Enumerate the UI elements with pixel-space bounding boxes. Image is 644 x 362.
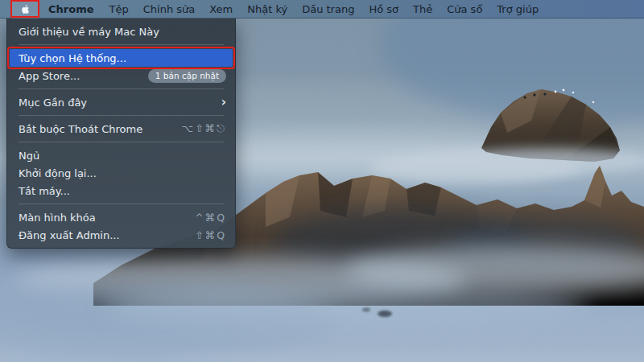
- menu-item-label: App Store...: [19, 70, 80, 82]
- chevron-right-icon: ›: [221, 97, 226, 109]
- menu-item-about-this-mac[interactable]: Giới thiệu về máy Mac Này: [7, 23, 235, 40]
- menu-separator: [19, 44, 224, 45]
- menu-item-label: Ngủ: [19, 150, 39, 162]
- menu-item-label: Bắt buộc Thoát Chrome: [19, 123, 142, 135]
- menu-item-label: Giới thiệu về máy Mac Này: [19, 26, 159, 38]
- menubar-item-history[interactable]: Nhật ký: [240, 3, 295, 15]
- menu-item-sleep[interactable]: Ngủ: [7, 146, 235, 164]
- keyboard-shortcut: ^⌘Q: [195, 212, 226, 224]
- menu-item-recent-items[interactable]: Mục Gần đây ›: [7, 93, 235, 111]
- menu-bar: Chrome Tệp Chỉnh sửa Xem Nhật ký Dấu tra…: [0, 0, 644, 19]
- menu-item-label: Đăng xuất Admin...: [19, 229, 120, 241]
- menu-separator: [19, 204, 224, 204]
- menu-item-restart[interactable]: Khởi động lại...: [7, 164, 235, 182]
- menu-item-shut-down[interactable]: Tắt máy...: [7, 182, 235, 200]
- menubar-item-bookmarks[interactable]: Dấu trang: [295, 3, 361, 15]
- apple-dropdown-menu: Giới thiệu về máy Mac Này Tùy chọn Hệ th…: [6, 19, 236, 249]
- menubar-item-window[interactable]: Cửa sổ: [440, 3, 489, 15]
- apple-menu[interactable]: [12, 0, 39, 19]
- apple-logo-icon: [20, 2, 31, 16]
- menu-item-lock-screen[interactable]: Màn hình khóa ^⌘Q: [7, 208, 235, 226]
- update-count-badge: 1 bản cập nhật: [148, 69, 226, 83]
- menu-separator: [19, 142, 224, 142]
- menubar-item-chrome[interactable]: Chrome: [40, 3, 102, 15]
- menu-item-label: Tắt máy...: [19, 185, 70, 197]
- menubar-item-help[interactable]: Trợ giúp: [489, 3, 546, 15]
- menubar-item-edit[interactable]: Chỉnh sửa: [136, 3, 203, 15]
- keyboard-shortcut: ⇧⌘Q: [195, 229, 226, 241]
- menubar-item-profiles[interactable]: Hồ sơ: [361, 3, 406, 15]
- menu-item-label: Khởi động lại...: [19, 167, 97, 179]
- menubar-item-view[interactable]: Xem: [202, 3, 240, 15]
- menu-item-log-out[interactable]: Đăng xuất Admin... ⇧⌘Q: [7, 226, 235, 244]
- menu-item-label: Tùy chọn Hệ thống...: [19, 52, 126, 64]
- menubar-item-file[interactable]: Tệp: [102, 3, 136, 15]
- menu-separator: [19, 88, 224, 89]
- menu-separator: [19, 115, 224, 116]
- keyboard-shortcut: ⌥⇧⌘⎋: [182, 122, 226, 135]
- menu-item-app-store[interactable]: App Store... 1 bản cập nhật: [7, 67, 235, 84]
- menu-item-label: Màn hình khóa: [19, 212, 96, 224]
- menubar-item-tab[interactable]: Thẻ: [406, 3, 440, 15]
- menu-item-label: Mục Gần đây: [19, 97, 87, 109]
- menu-item-system-preferences[interactable]: Tùy chọn Hệ thống...: [10, 49, 233, 67]
- menu-item-force-quit[interactable]: Bắt buộc Thoát Chrome ⌥⇧⌘⎋: [7, 120, 235, 138]
